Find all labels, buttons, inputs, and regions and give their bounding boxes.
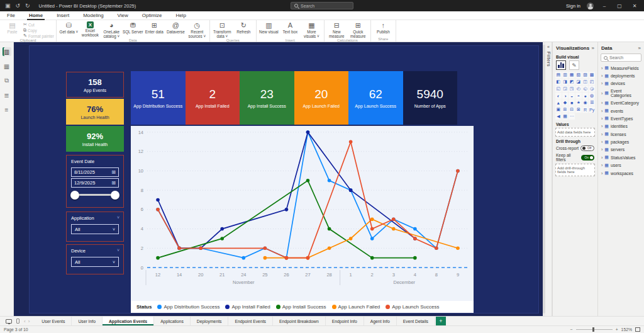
zoom-out-icon[interactable]: − bbox=[570, 327, 573, 332]
cross-report-toggle[interactable]: Off bbox=[580, 145, 594, 151]
data-table-item[interactable]: ›▦StatusValues bbox=[601, 154, 641, 161]
data-search-box[interactable] bbox=[601, 54, 641, 62]
enter-data-button[interactable]: ⊞Enter data bbox=[144, 21, 165, 34]
page-tab-application-events[interactable]: Application Events bbox=[103, 317, 154, 325]
model-view-icon[interactable]: ⧉ bbox=[3, 76, 11, 85]
expand-caret-icon[interactable]: › bbox=[601, 132, 602, 137]
visual-type-icon[interactable]: ◆ bbox=[562, 99, 569, 106]
table-view-icon[interactable]: ▦ bbox=[3, 62, 11, 71]
range-handle-end[interactable] bbox=[111, 191, 119, 200]
excel-workbook-button[interactable]: XExcel workbook bbox=[80, 21, 101, 37]
expand-caret-icon[interactable]: › bbox=[601, 101, 602, 105]
menu-tab-file[interactable]: File bbox=[0, 11, 22, 20]
report-view-icon[interactable]: ▥ bbox=[3, 47, 11, 56]
expand-caret-icon[interactable]: › bbox=[601, 74, 602, 78]
text-box-button[interactable]: AText box bbox=[280, 21, 301, 34]
application-dropdown[interactable]: All ˅ bbox=[71, 224, 119, 234]
new-visual-button[interactable]: ▥New visual bbox=[258, 21, 279, 34]
kpi-tile[interactable]: 2App Install Failed bbox=[186, 71, 240, 125]
data-table-item[interactable]: ›▦licenses bbox=[601, 130, 641, 138]
data-table-item[interactable]: ›▦events bbox=[601, 107, 641, 115]
visual-type-icon[interactable]: ▨ bbox=[582, 72, 589, 78]
sign-in-button[interactable]: Sign in bbox=[566, 3, 580, 9]
start-date-input[interactable]: 8/11/2025 ⊞ bbox=[71, 167, 119, 177]
page-tab-user-events[interactable]: User Events bbox=[35, 317, 72, 325]
desktop-layout-icon[interactable] bbox=[6, 319, 12, 324]
calendar-icon[interactable]: ⊞ bbox=[111, 180, 116, 186]
expand-pane-icon[interactable]: « bbox=[547, 45, 550, 49]
zoom-in-icon[interactable]: + bbox=[616, 327, 618, 332]
redo-icon[interactable]: ↻ bbox=[25, 3, 30, 9]
build-visual-mode-icon[interactable] bbox=[556, 60, 566, 70]
page-tab-event-details[interactable]: Event Details bbox=[397, 317, 435, 325]
close-button[interactable]: ✕ bbox=[630, 3, 639, 9]
kpi-tile[interactable]: 51App Distribution Success bbox=[131, 71, 186, 125]
menu-tab-insert[interactable]: Insert bbox=[50, 11, 76, 20]
copy-button[interactable]: ⧉Copy bbox=[23, 28, 54, 33]
data-table-item[interactable]: ›▦workspaces bbox=[601, 169, 641, 177]
legend-item[interactable]: App Install Failed bbox=[225, 304, 270, 310]
visual-type-icon[interactable]: ▩ bbox=[589, 72, 595, 78]
kpi-card[interactable]: 76%Launch Health bbox=[66, 99, 124, 125]
report-canvas[interactable]: 158App Events76%Launch Health92%Install … bbox=[14, 42, 543, 316]
transform-data-button[interactable]: ⊡Transform data ˅ bbox=[212, 21, 233, 38]
kpi-card[interactable]: 92%Install Health bbox=[66, 126, 124, 152]
visual-type-icon[interactable]: ◨ bbox=[562, 79, 569, 85]
zoom-slider[interactable] bbox=[576, 329, 613, 330]
kpi-card[interactable]: 158App Events bbox=[66, 72, 124, 98]
expand-caret-icon[interactable]: › bbox=[601, 140, 602, 144]
kpi-tile[interactable]: 62App Launch Success bbox=[348, 71, 403, 125]
values-field-well[interactable]: Add data fields here bbox=[555, 128, 595, 137]
kpi-tile[interactable]: 5940Number of Apps bbox=[403, 71, 458, 125]
visual-type-icon[interactable]: ● bbox=[582, 93, 589, 99]
visual-type-icon[interactable]: ▲ bbox=[555, 99, 562, 106]
expand-caret-icon[interactable]: › bbox=[601, 155, 602, 160]
visual-type-icon[interactable]: ◧ bbox=[555, 79, 562, 85]
keep-all-filters-toggle[interactable]: On bbox=[581, 155, 594, 161]
data-table-item[interactable]: ›▦EventTypes bbox=[601, 115, 641, 122]
new-measure-button[interactable]: ⊟New measure bbox=[326, 21, 347, 38]
publish-button[interactable]: ↑Publish bbox=[373, 21, 394, 34]
next-page-icon[interactable]: › bbox=[28, 319, 30, 324]
expand-caret-icon[interactable]: › bbox=[601, 66, 602, 71]
visual-type-icon[interactable]: ◴ bbox=[575, 86, 582, 92]
collapse-pane-icon[interactable]: » bbox=[638, 45, 641, 51]
more-visuals-button[interactable]: ▦More visuals ˅ bbox=[301, 21, 322, 38]
data-table-item[interactable]: ›▦servers bbox=[601, 146, 641, 154]
visual-type-icon[interactable]: ◵ bbox=[582, 86, 589, 92]
visual-type-icon[interactable]: ◑ bbox=[562, 93, 569, 99]
menu-tab-optimize[interactable]: Optimize bbox=[135, 11, 169, 20]
visual-type-icon[interactable]: ◒ bbox=[569, 93, 575, 99]
visual-type-icon[interactable]: ▣ bbox=[555, 106, 562, 113]
recent-sources-button[interactable]: ◷Recent sources ˅ bbox=[187, 21, 208, 38]
visual-type-icon[interactable]: ◐ bbox=[555, 93, 562, 99]
mobile-layout-icon[interactable] bbox=[16, 319, 19, 324]
expand-caret-icon[interactable]: › bbox=[601, 109, 602, 113]
page-tab-endpoint-info[interactable]: Endpoint Info bbox=[326, 317, 364, 325]
save-icon[interactable]: ▣ bbox=[5, 3, 11, 9]
global-search-input[interactable]: Search bbox=[291, 2, 353, 9]
dataverse-button[interactable]: @Dataverse bbox=[165, 21, 186, 34]
visual-type-icon[interactable]: ◫ bbox=[582, 79, 589, 85]
tmdl-view-icon[interactable]: ≡ bbox=[3, 105, 11, 114]
menu-tab-home[interactable]: Home bbox=[22, 11, 50, 20]
range-handle-start[interactable] bbox=[70, 191, 79, 200]
legend-item[interactable]: App Install Success bbox=[276, 304, 326, 310]
device-dropdown[interactable]: All ˅ bbox=[71, 257, 119, 267]
page-tab-applications[interactable]: Applications bbox=[154, 317, 191, 325]
expand-caret-icon[interactable]: › bbox=[601, 147, 602, 152]
visual-type-icon[interactable]: ◀ bbox=[555, 113, 562, 120]
expand-caret-icon[interactable]: › bbox=[601, 116, 602, 121]
visual-type-icon[interactable]: Py bbox=[589, 106, 595, 113]
visual-type-icon[interactable]: ◓ bbox=[575, 93, 582, 99]
expand-caret-icon[interactable]: › bbox=[601, 163, 602, 167]
refresh-button[interactable]: ↻Refresh bbox=[233, 21, 254, 34]
onelake-catalog-button[interactable]: ◕OneLake catalog ˅ bbox=[101, 21, 122, 38]
data-table-item[interactable]: ›▦devices bbox=[601, 80, 641, 87]
calendar-icon[interactable]: ⊞ bbox=[111, 169, 116, 175]
visual-type-icon[interactable]: ☰ bbox=[589, 99, 595, 106]
kpi-tile[interactable]: 20App Launch Failed bbox=[294, 71, 349, 125]
visual-type-icon[interactable]: ▤ bbox=[555, 72, 562, 78]
visual-type-icon[interactable]: ▦ bbox=[569, 72, 575, 78]
visual-type-icon[interactable]: ▧ bbox=[575, 72, 582, 78]
